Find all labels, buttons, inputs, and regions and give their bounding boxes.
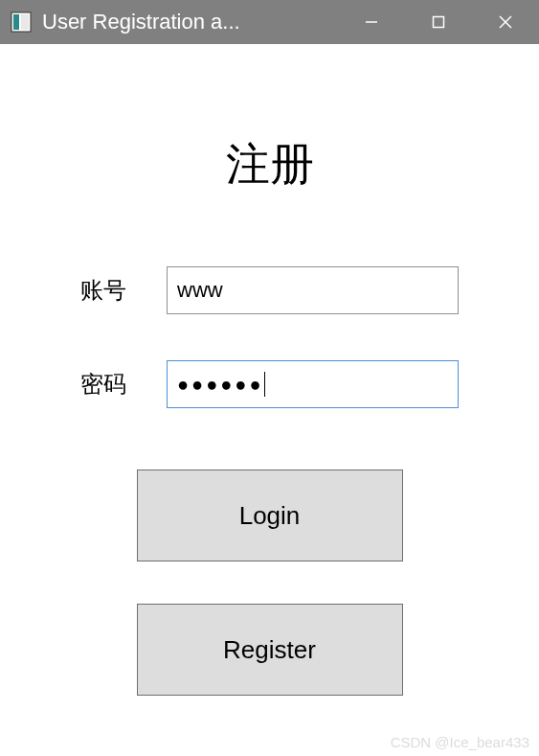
password-mask: ●●●●●●	[177, 375, 263, 394]
minimize-button[interactable]	[338, 0, 405, 44]
password-row: 密码 ●●●●●●	[80, 360, 459, 408]
password-input[interactable]: ●●●●●●	[167, 360, 459, 408]
register-button[interactable]: Register	[137, 604, 403, 696]
titlebar: User Registration a...	[0, 0, 539, 44]
window-controls	[338, 0, 539, 44]
window-title: User Registration a...	[42, 10, 338, 34]
svg-rect-1	[13, 14, 19, 30]
text-caret	[264, 372, 265, 397]
content-area: 注册 账号 密码 ●●●●●● Login Register	[0, 44, 539, 696]
password-label: 密码	[80, 369, 147, 400]
username-input[interactable]	[167, 266, 459, 314]
svg-rect-2	[21, 14, 29, 30]
svg-rect-4	[434, 17, 444, 28]
page-title: 注册	[226, 135, 314, 195]
app-icon	[8, 9, 34, 35]
maximize-button[interactable]	[405, 0, 472, 44]
watermark: CSDN @Ice_bear433	[391, 734, 529, 750]
username-row: 账号	[80, 266, 459, 314]
username-label: 账号	[80, 275, 147, 306]
login-button[interactable]: Login	[137, 470, 403, 561]
close-button[interactable]	[472, 0, 539, 44]
